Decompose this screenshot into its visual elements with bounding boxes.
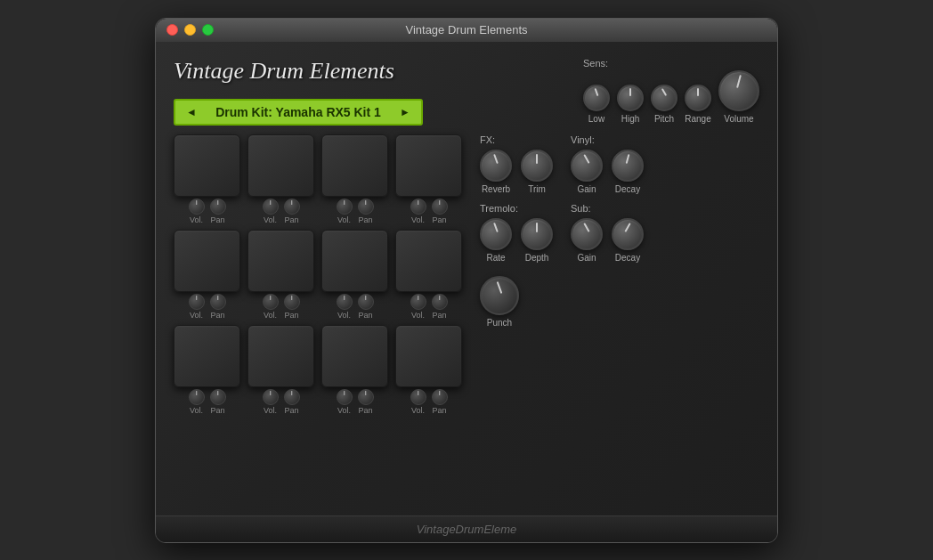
pad-4-vol-knob[interactable] [410,199,426,215]
pad-4-vol-group: Vol. [410,199,426,224]
pad-9-controls: Vol. Pan [189,389,226,415]
pad-4-pan-knob[interactable] [432,199,448,215]
pad-9-pan-group: Pan [210,389,226,415]
pad-6-pan-knob[interactable] [284,294,300,310]
pad-button-2[interactable] [247,134,314,197]
trim-knob[interactable] [521,150,553,182]
main-content: Vintage Drum Elements ◄ Drum Kit: Yamaha… [156,42,777,515]
punch-label: Punch [487,318,512,328]
pad-12-pan-group: Pan [432,389,448,415]
pad-3-controls: Vol. Pan [337,199,374,224]
vinyl-decay-label: Decay [615,184,640,194]
depth-knob[interactable] [521,218,553,250]
pad-8-controls: Vol. Pan [410,294,448,320]
pad-button-7[interactable] [321,230,388,292]
tremolo-knobs: Rate Depth [480,218,553,263]
pad-row-1: Vol. Pan [174,134,462,224]
sub-gain-knob[interactable] [571,218,603,250]
pad-grid-row-3: Vol. Pan [174,325,462,415]
pad-7-pan-knob[interactable] [358,294,374,310]
pad-button-3[interactable] [321,134,388,197]
pad-10-vol-knob[interactable] [263,389,279,405]
sens-high-knob[interactable] [617,85,644,111]
pad-6-vol-knob[interactable] [263,294,279,310]
pad-1-pan-knob[interactable] [210,199,226,215]
fx-label: FX: [480,134,553,145]
drumkit-name: Drum Kit: Yamaha RX5 Kit 1 [215,105,381,119]
title-bar: Vintage Drum Elements [156,19,777,42]
punch-section: Punch [480,276,759,328]
pad-5-vol-label: Vol. [190,311,203,320]
pad-7: Vol. Pan [321,230,388,320]
pad-button-12[interactable] [395,325,462,387]
pad-5-vol-knob[interactable] [189,294,205,310]
controls-section: FX: Reverb Trim [480,134,759,507]
pad-2-pan-knob[interactable] [284,199,300,215]
pad-2-vol-knob[interactable] [263,199,279,215]
volume-group: Volume [718,70,759,124]
pad-6-vol-group: Vol. [263,294,279,320]
pad-12-vol-knob[interactable] [410,389,426,405]
pad-7-pan-group: Pan [358,294,374,320]
pad-9-vol-knob[interactable] [189,389,205,405]
vinyl-decay-knob[interactable] [612,150,644,182]
drumkit-selector[interactable]: ◄ Drum Kit: Yamaha RX5 Kit 1 ► [174,99,423,126]
pad-1-vol-knob[interactable] [189,199,205,215]
pad-button-5[interactable] [174,230,240,292]
pad-11-controls: Vol. Pan [337,389,374,415]
volume-knob[interactable] [718,70,759,111]
punch-knob[interactable] [480,276,519,315]
pad-button-1[interactable] [174,134,240,197]
pad-10-vol-group: Vol. [263,389,279,415]
sens-low-label: Low [588,114,604,124]
reverb-knob[interactable] [480,150,512,182]
prev-kit-button[interactable]: ◄ [186,106,197,118]
reverb-group: Reverb [480,150,512,194]
pad-2: Vol. Pan [247,134,314,224]
pad-9-pan-knob[interactable] [210,389,226,405]
pad-10-pan-label: Pan [284,406,298,415]
sens-knobs: Low High Pitch Range [583,70,759,124]
header-section: Vintage Drum Elements ◄ Drum Kit: Yamaha… [174,58,759,126]
minimize-button[interactable] [184,24,196,36]
pad-button-11[interactable] [321,325,388,387]
pad-8-vol-knob[interactable] [410,294,426,310]
pad-10-pan-knob[interactable] [284,389,300,405]
pad-button-4[interactable] [395,134,462,197]
pad-3-vol-group: Vol. [337,199,353,224]
pad-5-pan-label: Pan [210,311,224,320]
pad-button-9[interactable] [174,325,240,387]
sens-low-group: Low [583,85,610,124]
trim-group: Trim [521,150,553,194]
close-button[interactable] [166,24,178,36]
pad-12-pan-knob[interactable] [432,389,448,405]
pad-9-vol-label: Vol. [190,406,203,415]
sub-decay-knob[interactable] [612,218,644,250]
rate-knob[interactable] [480,218,512,250]
volume-label: Volume [724,114,753,124]
pad-3-vol-knob[interactable] [337,199,353,215]
pad-8-vol-group: Vol. [410,294,426,320]
pad-8-pan-knob[interactable] [432,294,448,310]
vinyl-gain-knob[interactable] [571,150,603,182]
pad-button-8[interactable] [395,230,462,292]
pad-button-10[interactable] [247,325,314,387]
pad-9-pan-label: Pan [210,406,224,415]
sens-range-knob[interactable] [685,85,711,111]
pad-11-vol-knob[interactable] [337,389,353,405]
pad-5-pan-knob[interactable] [210,294,226,310]
pad-5: Vol. Pan [174,230,240,320]
maximize-button[interactable] [202,24,214,36]
pad-button-6[interactable] [247,230,314,292]
pad-6-pan-label: Pan [284,311,298,320]
next-kit-button[interactable]: ► [400,106,410,118]
pad-10-pan-group: Pan [284,389,300,415]
pad-3-pan-knob[interactable] [358,199,374,215]
pad-8: Vol. Pan [395,230,462,320]
pad-11-pan-knob[interactable] [358,389,374,405]
pad-7-vol-knob[interactable] [337,294,353,310]
sens-low-knob[interactable] [583,85,610,111]
sens-pitch-knob[interactable] [651,85,677,111]
pad-3: Vol. Pan [321,134,388,224]
vinyl-label: Vinyl: [571,134,644,145]
